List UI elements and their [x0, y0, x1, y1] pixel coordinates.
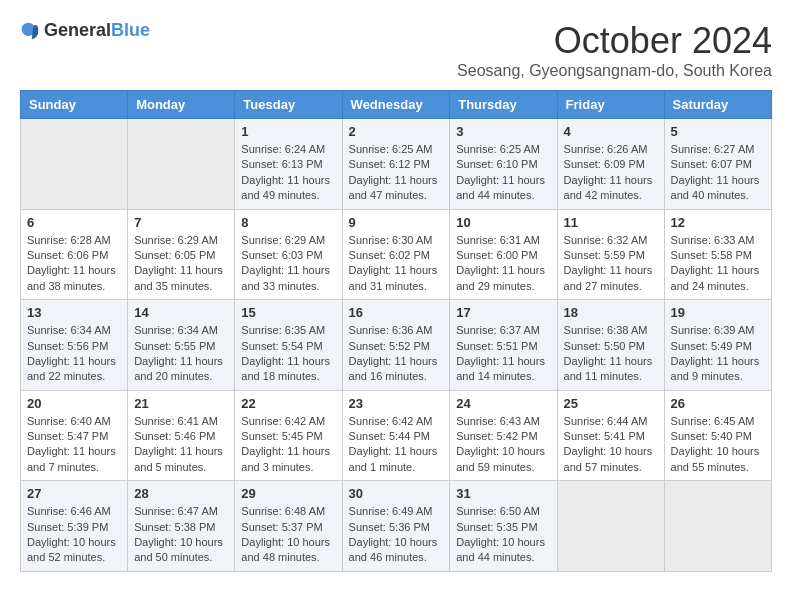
cell-details: Sunrise: 6:37 AM Sunset: 5:51 PM Dayligh…: [456, 323, 550, 385]
cell-details: Sunrise: 6:41 AM Sunset: 5:46 PM Dayligh…: [134, 414, 228, 476]
title-area: October 2024 Seosang, Gyeongsangnam-do, …: [457, 20, 772, 80]
calendar-cell: 10Sunrise: 6:31 AM Sunset: 6:00 PM Dayli…: [450, 209, 557, 300]
calendar-cell: 15Sunrise: 6:35 AM Sunset: 5:54 PM Dayli…: [235, 300, 342, 391]
calendar-cell: 27Sunrise: 6:46 AM Sunset: 5:39 PM Dayli…: [21, 481, 128, 572]
subtitle: Seosang, Gyeongsangnam-do, South Korea: [457, 62, 772, 80]
weekday-header-thursday: Thursday: [450, 91, 557, 119]
cell-details: Sunrise: 6:25 AM Sunset: 6:12 PM Dayligh…: [349, 142, 444, 204]
day-number: 10: [456, 215, 550, 230]
day-number: 14: [134, 305, 228, 320]
day-number: 31: [456, 486, 550, 501]
day-number: 8: [241, 215, 335, 230]
cell-details: Sunrise: 6:42 AM Sunset: 5:45 PM Dayligh…: [241, 414, 335, 476]
day-number: 2: [349, 124, 444, 139]
cell-details: Sunrise: 6:40 AM Sunset: 5:47 PM Dayligh…: [27, 414, 121, 476]
calendar-cell: [664, 481, 771, 572]
cell-details: Sunrise: 6:25 AM Sunset: 6:10 PM Dayligh…: [456, 142, 550, 204]
logo-text-general: General: [44, 20, 111, 40]
calendar-cell: 21Sunrise: 6:41 AM Sunset: 5:46 PM Dayli…: [128, 390, 235, 481]
calendar-cell: 13Sunrise: 6:34 AM Sunset: 5:56 PM Dayli…: [21, 300, 128, 391]
calendar-cell: [128, 119, 235, 210]
cell-details: Sunrise: 6:43 AM Sunset: 5:42 PM Dayligh…: [456, 414, 550, 476]
calendar-cell: 7Sunrise: 6:29 AM Sunset: 6:05 PM Daylig…: [128, 209, 235, 300]
day-number: 13: [27, 305, 121, 320]
weekday-header-tuesday: Tuesday: [235, 91, 342, 119]
calendar-cell: 2Sunrise: 6:25 AM Sunset: 6:12 PM Daylig…: [342, 119, 450, 210]
calendar-cell: 1Sunrise: 6:24 AM Sunset: 6:13 PM Daylig…: [235, 119, 342, 210]
day-number: 23: [349, 396, 444, 411]
calendar-cell: 18Sunrise: 6:38 AM Sunset: 5:50 PM Dayli…: [557, 300, 664, 391]
cell-details: Sunrise: 6:34 AM Sunset: 5:56 PM Dayligh…: [27, 323, 121, 385]
calendar-cell: 3Sunrise: 6:25 AM Sunset: 6:10 PM Daylig…: [450, 119, 557, 210]
calendar-cell: [557, 481, 664, 572]
cell-details: Sunrise: 6:39 AM Sunset: 5:49 PM Dayligh…: [671, 323, 765, 385]
day-number: 16: [349, 305, 444, 320]
calendar-cell: 17Sunrise: 6:37 AM Sunset: 5:51 PM Dayli…: [450, 300, 557, 391]
day-number: 28: [134, 486, 228, 501]
calendar-cell: 9Sunrise: 6:30 AM Sunset: 6:02 PM Daylig…: [342, 209, 450, 300]
calendar-cell: 20Sunrise: 6:40 AM Sunset: 5:47 PM Dayli…: [21, 390, 128, 481]
day-number: 25: [564, 396, 658, 411]
page-header: GeneralBlue October 2024 Seosang, Gyeong…: [20, 20, 772, 80]
calendar-cell: 12Sunrise: 6:33 AM Sunset: 5:58 PM Dayli…: [664, 209, 771, 300]
cell-details: Sunrise: 6:33 AM Sunset: 5:58 PM Dayligh…: [671, 233, 765, 295]
calendar-cell: 31Sunrise: 6:50 AM Sunset: 5:35 PM Dayli…: [450, 481, 557, 572]
weekday-header-monday: Monday: [128, 91, 235, 119]
calendar-cell: 4Sunrise: 6:26 AM Sunset: 6:09 PM Daylig…: [557, 119, 664, 210]
logo-icon: [20, 21, 40, 41]
day-number: 20: [27, 396, 121, 411]
cell-details: Sunrise: 6:36 AM Sunset: 5:52 PM Dayligh…: [349, 323, 444, 385]
cell-details: Sunrise: 6:24 AM Sunset: 6:13 PM Dayligh…: [241, 142, 335, 204]
cell-details: Sunrise: 6:34 AM Sunset: 5:55 PM Dayligh…: [134, 323, 228, 385]
calendar-week-row: 6Sunrise: 6:28 AM Sunset: 6:06 PM Daylig…: [21, 209, 772, 300]
day-number: 17: [456, 305, 550, 320]
calendar-week-row: 1Sunrise: 6:24 AM Sunset: 6:13 PM Daylig…: [21, 119, 772, 210]
calendar-cell: 24Sunrise: 6:43 AM Sunset: 5:42 PM Dayli…: [450, 390, 557, 481]
logo-text-blue: Blue: [111, 20, 150, 40]
calendar-cell: 29Sunrise: 6:48 AM Sunset: 5:37 PM Dayli…: [235, 481, 342, 572]
calendar-cell: 25Sunrise: 6:44 AM Sunset: 5:41 PM Dayli…: [557, 390, 664, 481]
calendar-week-row: 20Sunrise: 6:40 AM Sunset: 5:47 PM Dayli…: [21, 390, 772, 481]
weekday-header-row: SundayMondayTuesdayWednesdayThursdayFrid…: [21, 91, 772, 119]
calendar-cell: 22Sunrise: 6:42 AM Sunset: 5:45 PM Dayli…: [235, 390, 342, 481]
day-number: 19: [671, 305, 765, 320]
day-number: 26: [671, 396, 765, 411]
day-number: 27: [27, 486, 121, 501]
cell-details: Sunrise: 6:42 AM Sunset: 5:44 PM Dayligh…: [349, 414, 444, 476]
day-number: 4: [564, 124, 658, 139]
day-number: 30: [349, 486, 444, 501]
calendar-cell: 26Sunrise: 6:45 AM Sunset: 5:40 PM Dayli…: [664, 390, 771, 481]
day-number: 5: [671, 124, 765, 139]
weekday-header-wednesday: Wednesday: [342, 91, 450, 119]
day-number: 12: [671, 215, 765, 230]
day-number: 7: [134, 215, 228, 230]
calendar-cell: 23Sunrise: 6:42 AM Sunset: 5:44 PM Dayli…: [342, 390, 450, 481]
day-number: 6: [27, 215, 121, 230]
calendar-cell: 19Sunrise: 6:39 AM Sunset: 5:49 PM Dayli…: [664, 300, 771, 391]
cell-details: Sunrise: 6:38 AM Sunset: 5:50 PM Dayligh…: [564, 323, 658, 385]
day-number: 22: [241, 396, 335, 411]
cell-details: Sunrise: 6:46 AM Sunset: 5:39 PM Dayligh…: [27, 504, 121, 566]
cell-details: Sunrise: 6:47 AM Sunset: 5:38 PM Dayligh…: [134, 504, 228, 566]
cell-details: Sunrise: 6:28 AM Sunset: 6:06 PM Dayligh…: [27, 233, 121, 295]
calendar-cell: 8Sunrise: 6:29 AM Sunset: 6:03 PM Daylig…: [235, 209, 342, 300]
day-number: 15: [241, 305, 335, 320]
calendar-cell: [21, 119, 128, 210]
day-number: 21: [134, 396, 228, 411]
calendar-week-row: 13Sunrise: 6:34 AM Sunset: 5:56 PM Dayli…: [21, 300, 772, 391]
cell-details: Sunrise: 6:29 AM Sunset: 6:05 PM Dayligh…: [134, 233, 228, 295]
calendar-cell: 5Sunrise: 6:27 AM Sunset: 6:07 PM Daylig…: [664, 119, 771, 210]
cell-details: Sunrise: 6:30 AM Sunset: 6:02 PM Dayligh…: [349, 233, 444, 295]
cell-details: Sunrise: 6:32 AM Sunset: 5:59 PM Dayligh…: [564, 233, 658, 295]
weekday-header-sunday: Sunday: [21, 91, 128, 119]
calendar-cell: 28Sunrise: 6:47 AM Sunset: 5:38 PM Dayli…: [128, 481, 235, 572]
day-number: 9: [349, 215, 444, 230]
cell-details: Sunrise: 6:45 AM Sunset: 5:40 PM Dayligh…: [671, 414, 765, 476]
calendar-cell: 14Sunrise: 6:34 AM Sunset: 5:55 PM Dayli…: [128, 300, 235, 391]
day-number: 3: [456, 124, 550, 139]
cell-details: Sunrise: 6:26 AM Sunset: 6:09 PM Dayligh…: [564, 142, 658, 204]
calendar-cell: 6Sunrise: 6:28 AM Sunset: 6:06 PM Daylig…: [21, 209, 128, 300]
calendar-cell: 30Sunrise: 6:49 AM Sunset: 5:36 PM Dayli…: [342, 481, 450, 572]
calendar-table: SundayMondayTuesdayWednesdayThursdayFrid…: [20, 90, 772, 572]
calendar-cell: 16Sunrise: 6:36 AM Sunset: 5:52 PM Dayli…: [342, 300, 450, 391]
